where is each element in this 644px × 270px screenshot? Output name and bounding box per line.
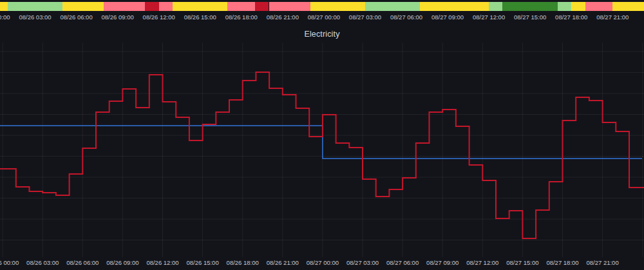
time-tick-label: 08/27 21:00 [587,258,619,267]
time-tick-label: 08/26 12:00 [146,258,178,267]
chart-time-axis: 08/26 00:0008/26 03:0008/26 06:0008/26 0… [0,258,644,267]
electricity-chart[interactable] [0,0,644,270]
time-tick-label: 08/26 09:00 [106,258,138,267]
time-tick-label: 08/26 21:00 [267,258,299,267]
time-tick-label: 08/27 15:00 [506,258,538,267]
time-tick-label: 08/26 15:00 [187,258,219,267]
time-tick-label: 08/26 03:00 [26,258,59,267]
price-series-line [0,72,644,238]
time-tick-label: 08/26 18:00 [227,258,259,267]
time-tick-label: 08/26 00:00 [0,258,19,267]
time-tick-label: 08/27 09:00 [426,258,459,267]
panel-title[interactable]: Electricity [0,29,644,39]
time-tick-label: 08/27 18:00 [546,258,578,267]
time-tick-label: 08/27 06:00 [386,258,419,267]
time-tick-label: 08/27 03:00 [346,258,379,267]
time-tick-label: 08/27 00:00 [307,258,339,267]
time-tick-label: 08/27 12:00 [466,258,498,267]
time-tick-label: 08/26 06:00 [66,258,99,267]
